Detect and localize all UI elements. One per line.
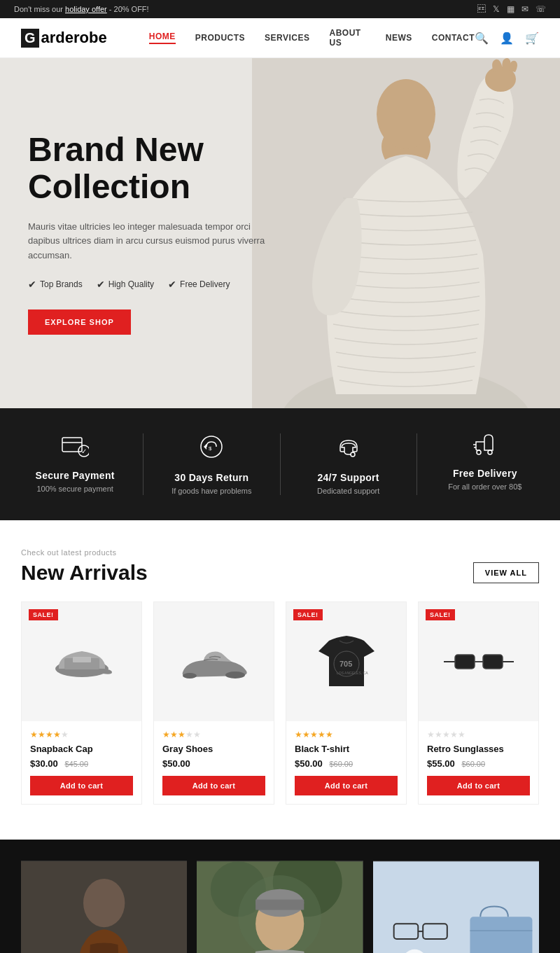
feature-delivery: ✔ Free Delivery [168, 279, 230, 290]
nav-contact[interactable]: CONTACT [432, 33, 475, 43]
product-price-4: $55.00 $60.00 [427, 758, 530, 769]
feature-payment: ✓ Secure Payment 100% secure payment [14, 433, 136, 493]
product-card-4: SALE! ★★★★★ Retro Sunglasses $55.00 [418, 601, 539, 805]
svg-rect-15 [73, 657, 91, 662]
nav-about[interactable]: ABOUT US [330, 28, 366, 48]
gallery-item-1 [21, 861, 187, 953]
svg-rect-31 [21, 861, 187, 953]
section-title: New Arrivals [21, 561, 148, 585]
hero-content: Brand New Collection Mauris vitae ultric… [0, 90, 294, 377]
explore-shop-button[interactable]: EXPLORE SHOP [28, 309, 131, 335]
stars-3: ★★★★★ [295, 730, 398, 739]
add-cart-button-3[interactable]: Add to cart [295, 776, 398, 795]
svg-point-12 [488, 450, 492, 454]
svg-point-16 [183, 673, 197, 679]
product-image-2 [154, 602, 274, 721]
gallery-item-3 [373, 861, 539, 953]
hero-description: Mauris vitae ultricies leo integer males… [28, 220, 266, 263]
svg-point-3 [377, 79, 435, 149]
svg-text:705: 705 [340, 660, 352, 668]
product-info-1: ★★★★★ Snapback Cap $30.00 $45.00 Add to … [22, 721, 141, 804]
svg-rect-22 [455, 655, 475, 669]
feature-support: 24/7 Support Dedicated support [288, 433, 410, 495]
free-delivery-subtitle: For all order over 80$ [424, 482, 546, 491]
features-bar: ✓ Secure Payment 100% secure payment $ 3… [0, 408, 560, 520]
logo[interactable]: Garderobe [21, 29, 107, 48]
svg-text:✓: ✓ [81, 447, 87, 455]
sale-badge-1: SALE! [29, 609, 58, 620]
email-icon[interactable]: ✉ [522, 4, 528, 14]
product-info-3: ★★★★★ Black T-shirt $50.00 $60.00 Add to… [286, 721, 406, 804]
nav-products[interactable]: PRODUCTS [195, 33, 245, 43]
section-header: New Arrivals VIEW ALL [21, 561, 539, 585]
payment-title: Secure Payment [14, 470, 136, 481]
stars-4: ★★★★★ [427, 730, 530, 739]
old-price-1: $45.00 [64, 760, 88, 768]
nav-home[interactable]: HOME [149, 32, 176, 44]
promo-text: Don't miss our holiday offer - 20% OFF! [14, 5, 149, 13]
product-card-2: ★★★★★ Gray Shoes $50.00 Add to cart [153, 601, 274, 805]
product-name-4: Retro Sunglasses [427, 744, 530, 754]
svg-rect-25 [483, 655, 503, 669]
cart-icon[interactable]: 🛒 [525, 32, 539, 45]
product-info-4: ★★★★★ Retro Sunglasses $55.00 $60.00 Add… [419, 721, 538, 804]
product-card-1: SALE! ★★★★★ Snapback Cap $30.00 $45.00 A [21, 601, 142, 805]
sale-badge-4: SALE! [426, 609, 455, 620]
header: Garderobe HOME PRODUCTS SERVICES ABOUT U… [0, 18, 560, 58]
nav-services[interactable]: SERVICES [265, 33, 309, 43]
twitter-icon[interactable]: 𝕏 [493, 4, 500, 14]
promo-link[interactable]: holiday offer [65, 5, 107, 13]
hero-features: ✔ Top Brands ✔ High Quality ✔ Free Deliv… [28, 279, 266, 290]
add-cart-button-4[interactable]: Add to cart [427, 776, 530, 795]
old-price-4: $60.00 [461, 760, 485, 768]
svg-text:LOS ANGELES, CA: LOS ANGELES, CA [337, 671, 368, 675]
check-icon-2: ✔ [97, 279, 105, 290]
add-cart-button-1[interactable]: Add to cart [30, 776, 133, 795]
product-image-1: SALE! [22, 602, 141, 721]
instagram-icon[interactable]: ▦ [507, 4, 514, 14]
add-cart-button-2[interactable]: Add to cart [162, 776, 265, 795]
payment-icon: ✓ [14, 433, 136, 463]
product-name-3: Black T-shirt [295, 744, 398, 754]
feature-quality: ✔ High Quality [97, 279, 154, 290]
hero-title: Brand New Collection [28, 132, 266, 206]
feature-brands: ✔ Top Brands [28, 279, 83, 290]
phone-icon[interactable]: ☏ [536, 4, 546, 14]
payment-subtitle: 100% secure payment [14, 485, 136, 493]
facebook-icon[interactable]:  [477, 4, 486, 14]
return-title: 30 Days Return [150, 472, 272, 483]
return-subtitle: If goods have problems [150, 487, 272, 495]
svg-text:$: $ [209, 445, 212, 452]
check-icon-3: ✔ [168, 279, 176, 290]
nav-news[interactable]: NEWS [386, 33, 412, 43]
feature-free-delivery: Free Delivery For all order over 80$ [424, 433, 546, 491]
product-card-3: SALE! 705 LOS ANGELES, CA ★★★★★ Black T-… [286, 601, 407, 805]
top-bar: Don't miss our holiday offer - 20% OFF! … [0, 0, 560, 18]
logo-wordmark: arderobe [41, 29, 107, 47]
social-icons:  𝕏 ▦ ✉ ☏ [477, 4, 546, 14]
gallery-section [0, 840, 560, 953]
hero-section: Brand New Collection Mauris vitae ultric… [0, 58, 560, 408]
svg-rect-41 [470, 917, 532, 953]
products-grid: SALE! ★★★★★ Snapback Cap $30.00 $45.00 A [21, 601, 539, 805]
header-icons: 🔍 👤 🛒 [475, 32, 539, 45]
support-title: 24/7 Support [288, 472, 410, 483]
svg-point-17 [225, 672, 245, 679]
product-image-4: SALE! [419, 602, 538, 721]
product-price-2: $50.00 [162, 758, 265, 769]
product-name-1: Snapback Cap [30, 744, 133, 754]
old-price-3: $60.00 [329, 760, 353, 768]
product-price-3: $50.00 $60.00 [295, 758, 398, 769]
hero-image [252, 58, 560, 408]
gallery-item-2 [197, 861, 363, 953]
search-icon[interactable]: 🔍 [475, 32, 489, 45]
delivery-icon [424, 433, 546, 461]
product-image-3: SALE! 705 LOS ANGELES, CA [286, 602, 406, 721]
product-price-1: $30.00 $45.00 [30, 758, 133, 769]
account-icon[interactable]: 👤 [500, 32, 514, 45]
product-name-2: Gray Shoes [162, 744, 265, 754]
stars-1: ★★★★★ [30, 730, 133, 739]
view-all-button[interactable]: VIEW ALL [473, 562, 539, 583]
logo-letter: G [21, 29, 39, 48]
support-subtitle: Dedicated support [288, 487, 410, 495]
